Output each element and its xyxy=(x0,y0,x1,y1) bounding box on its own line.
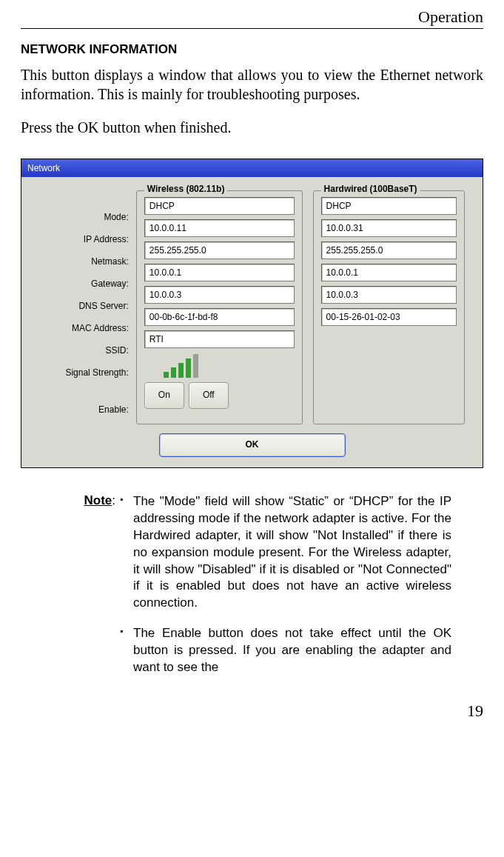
wireless-netmask-field: 255.255.255.0 xyxy=(144,241,295,259)
label-ip: IP Address: xyxy=(29,230,136,253)
wireless-group-title: Wireless (802.11b) xyxy=(144,184,228,194)
note-label-text: Note xyxy=(84,493,112,507)
hardwired-mode-field: DHCP xyxy=(321,197,457,215)
note-body: The "Mode" field will show “Static” or “… xyxy=(118,493,451,690)
note-item-1: The "Mode" field will show “Static” or “… xyxy=(118,493,451,613)
signal-bar-5 xyxy=(193,354,198,378)
signal-strength-icon xyxy=(164,353,208,378)
network-dialog: Network Mode: IP Address: Netmask: Gatew… xyxy=(21,159,483,468)
label-netmask: Netmask: xyxy=(29,253,136,275)
enable-on-button[interactable]: On xyxy=(144,382,184,409)
enable-off-button[interactable]: Off xyxy=(189,382,229,409)
paragraph-2-a: Press the xyxy=(21,119,78,136)
wireless-group: Wireless (802.11b) DHCP 10.0.0.11 255.25… xyxy=(136,190,303,424)
section-heading: NETWORK INFORMATION xyxy=(21,42,483,57)
hardwired-dns-field: 10.0.0.3 xyxy=(321,286,457,304)
label-mac: MAC Address: xyxy=(29,319,136,341)
ok-text-ref: OK xyxy=(78,119,99,136)
running-header: Operation xyxy=(21,7,483,29)
signal-bar-4 xyxy=(186,359,191,378)
label-signal: Signal Strength: xyxy=(29,364,136,395)
signal-bar-2 xyxy=(171,367,176,378)
hardwired-group: Hardwired (100BaseT) DHCP 10.0.0.31 255.… xyxy=(313,190,465,424)
wireless-mode-field: DHCP xyxy=(144,197,295,215)
wireless-mac-field: 00-0b-6c-1f-bd-f8 xyxy=(144,308,295,326)
hardwired-netmask-field: 255.255.255.0 xyxy=(321,241,457,259)
page-number: 19 xyxy=(21,701,483,721)
note-colon: : xyxy=(112,493,115,507)
label-ssid: SSID: xyxy=(29,341,136,364)
wireless-dns-field: 10.0.0.3 xyxy=(144,286,295,304)
note-label: Note: xyxy=(21,493,118,690)
hardwired-mac-field: 00-15-26-01-02-03 xyxy=(321,308,457,326)
ok-button[interactable]: OK xyxy=(159,433,346,457)
wireless-ip-field: 10.0.0.11 xyxy=(144,219,295,237)
label-enable: Enable: xyxy=(29,395,136,424)
wireless-gateway-field: 10.0.0.1 xyxy=(144,264,295,281)
hardwired-gateway-field: 10.0.0.1 xyxy=(321,264,457,281)
hardwired-group-title: Hardwired (100BaseT) xyxy=(321,184,420,194)
note-item-2: The Enable button does not take effect u… xyxy=(118,625,451,676)
label-mode: Mode: xyxy=(29,208,136,230)
paragraph-2: Press the OK button when finished. xyxy=(21,119,483,138)
paragraph-1: This button displays a window that allow… xyxy=(21,66,483,104)
signal-bar-1 xyxy=(164,372,169,378)
label-gateway: Gateway: xyxy=(29,275,136,297)
signal-bar-3 xyxy=(178,363,184,378)
field-labels-column: Mode: IP Address: Netmask: Gateway: DNS … xyxy=(29,190,136,424)
dialog-titlebar: Network xyxy=(21,159,483,177)
paragraph-2-c: button when finished. xyxy=(99,119,232,136)
wireless-ssid-field: RTI xyxy=(144,330,295,348)
label-dns: DNS Server: xyxy=(29,297,136,319)
hardwired-ip-field: 10.0.0.31 xyxy=(321,219,457,237)
